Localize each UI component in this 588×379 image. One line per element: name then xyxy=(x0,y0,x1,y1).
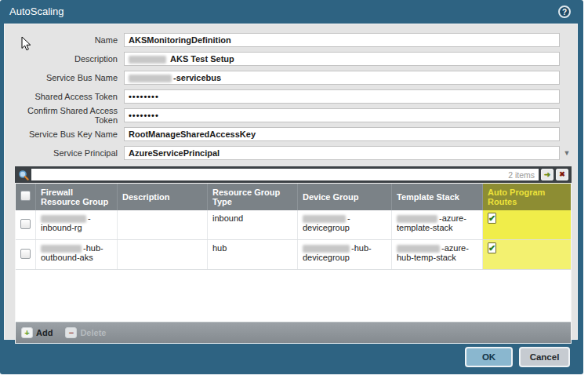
row-checkbox[interactable] xyxy=(20,219,31,229)
service-bus-key-name-input[interactable]: RootManageSharedAccessKey xyxy=(124,127,560,141)
items-count: 2 items xyxy=(508,170,535,180)
auto-program-routes-checkbox[interactable]: ✔ xyxy=(488,213,496,224)
redacted-text xyxy=(41,245,82,253)
add-button[interactable]: + Add xyxy=(21,327,53,338)
search-icon xyxy=(18,169,29,180)
description-label: Description xyxy=(5,54,124,64)
redacted-text xyxy=(303,245,350,253)
select-all-cell xyxy=(16,184,36,210)
table-row[interactable]: -hub-outbound-aks hub -hub-devicegroup -… xyxy=(16,240,571,270)
firewall-table: Firewall Resource Group Description Reso… xyxy=(15,183,572,344)
form-row-service-principal: Service Principal AzureServicePrincipal … xyxy=(5,144,577,162)
help-icon[interactable]: ? xyxy=(558,5,571,18)
col-firewall-resource-group[interactable]: Firewall Resource Group xyxy=(36,184,118,210)
shared-access-token-input[interactable]: •••••••• xyxy=(124,89,560,104)
col-device-group[interactable]: Device Group xyxy=(298,184,392,210)
auto-program-routes-cell: ✔ xyxy=(483,240,571,269)
row-select-cell xyxy=(16,210,36,239)
select-all-checkbox[interactable] xyxy=(20,191,31,201)
form-row-name: Name AKSMonitoringDefinition xyxy=(5,31,577,49)
plus-icon: + xyxy=(21,327,33,338)
auto-program-routes-cell: ✔ xyxy=(483,210,571,239)
service-bus-name-input[interactable]: -servicebus xyxy=(124,71,560,85)
device-group-cell: -hub-devicegroup xyxy=(298,240,392,269)
form-row-shared-access-token: Shared Access Token •••••••• xyxy=(5,87,577,106)
firewall-resource-group-cell: -inbound-rg xyxy=(36,210,118,239)
filter-input[interactable]: 2 items xyxy=(31,169,539,180)
redacted-text xyxy=(397,215,437,223)
service-principal-dropdown[interactable]: AzureServicePrincipal xyxy=(124,146,560,160)
redacted-text xyxy=(41,215,86,223)
form-row-service-bus-key-name: Service Bus Key Name RootManageSharedAcc… xyxy=(5,125,577,144)
title-bar: AutoScaling ? xyxy=(0,0,583,24)
service-bus-name-label: Service Bus Name xyxy=(5,73,124,82)
description-cell xyxy=(118,210,208,239)
form-row-service-bus-name: Service Bus Name -servicebus xyxy=(5,68,577,87)
col-resource-group-type[interactable]: Resource Group Type xyxy=(208,184,298,210)
confirm-shared-access-token-input[interactable]: •••••••• xyxy=(124,108,560,122)
template-stack-cell: -azure-hub-temp-stack xyxy=(392,240,483,269)
service-principal-label: Service Principal xyxy=(5,148,124,158)
shared-access-token-label: Shared Access Token xyxy=(5,92,124,101)
form-row-confirm-shared-access-token: Confirm Shared Access Token •••••••• xyxy=(5,106,577,125)
auto-program-routes-checkbox[interactable]: ✔ xyxy=(488,242,496,253)
col-template-stack[interactable]: Template Stack xyxy=(392,184,483,210)
table-filter-bar: 2 items ➜ ✖ xyxy=(15,166,572,183)
service-bus-key-name-label: Service Bus Key Name xyxy=(5,129,124,139)
apply-filter-button[interactable]: ➜ xyxy=(541,169,554,180)
table-row[interactable]: -inbound-rg inbound -devicegroup -azure-… xyxy=(16,210,571,240)
autoscaling-dialog: AutoScaling ? Name AKSMonitoringDefiniti… xyxy=(0,0,583,374)
template-stack-cell: -azure-template-stack xyxy=(392,210,483,239)
redacted-text xyxy=(129,75,172,82)
redacted-text xyxy=(303,215,346,223)
redacted-text xyxy=(129,56,166,64)
description-cell xyxy=(118,240,208,269)
clear-filter-button[interactable]: ✖ xyxy=(556,169,568,180)
redacted-text xyxy=(397,245,440,253)
dialog-title: AutoScaling xyxy=(9,0,64,24)
delete-button[interactable]: − Delete xyxy=(65,327,106,338)
name-input[interactable]: AKSMonitoringDefinition xyxy=(124,33,560,47)
confirm-shared-access-token-label: Confirm Shared Access Token xyxy=(5,106,124,125)
cancel-button[interactable]: Cancel xyxy=(519,347,570,367)
firewall-resource-group-cell: -hub-outbound-aks xyxy=(36,240,118,269)
chevron-down-icon[interactable]: ▼ xyxy=(560,149,574,157)
table-empty-area xyxy=(16,270,571,322)
autoscaling-form: Name AKSMonitoringDefinition Description… xyxy=(5,24,577,162)
row-select-cell xyxy=(16,240,36,269)
dialog-content: Name AKSMonitoringDefinition Description… xyxy=(4,24,578,340)
description-input[interactable]: AKS Test Setup xyxy=(124,52,560,66)
row-checkbox[interactable] xyxy=(20,249,31,259)
col-description[interactable]: Description xyxy=(118,184,208,210)
resource-group-type-cell: inbound xyxy=(208,210,298,239)
device-group-cell: -devicegroup xyxy=(298,210,392,239)
table-header: Firewall Resource Group Description Reso… xyxy=(16,184,571,210)
form-row-description: Description AKS Test Setup xyxy=(5,49,577,68)
name-label: Name xyxy=(5,35,124,45)
minus-icon: − xyxy=(65,327,77,338)
ok-button[interactable]: OK xyxy=(465,347,513,367)
resource-group-type-cell: hub xyxy=(208,240,298,269)
dialog-footer: OK Cancel xyxy=(0,340,583,374)
col-auto-program-routes[interactable]: Auto Program Routes xyxy=(483,184,571,210)
